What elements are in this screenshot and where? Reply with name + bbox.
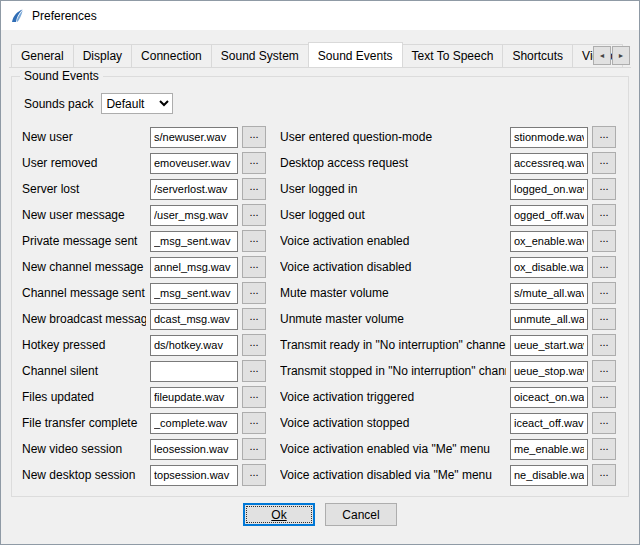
sound-event-label: Hotkey pressed	[22, 338, 146, 352]
sound-event-label: Desktop access request	[280, 156, 506, 170]
sound-event-row: New video session...	[22, 436, 266, 462]
sound-event-label: User logged in	[280, 182, 506, 196]
sound-file-input[interactable]	[510, 465, 588, 486]
sound-event-label: User logged out	[280, 208, 506, 222]
sound-event-label: Unmute master volume	[280, 312, 506, 326]
browse-button[interactable]: ...	[592, 152, 616, 174]
sound-file-input[interactable]	[510, 205, 588, 226]
sound-file-input[interactable]	[150, 439, 238, 460]
tab-display[interactable]: Display	[73, 44, 132, 67]
tab-shortcuts[interactable]: Shortcuts	[502, 44, 573, 67]
sound-file-input[interactable]	[510, 179, 588, 200]
sound-file-input[interactable]	[150, 465, 238, 486]
browse-button[interactable]: ...	[592, 438, 616, 460]
browse-button[interactable]: ...	[592, 412, 616, 434]
sound-file-input[interactable]	[150, 387, 238, 408]
tab-text-to-speech[interactable]: Text To Speech	[402, 44, 504, 67]
tab-sound-events[interactable]: Sound Events	[308, 42, 403, 68]
browse-button[interactable]: ...	[592, 360, 616, 382]
browse-button[interactable]: ...	[242, 360, 266, 382]
dialog-content: GeneralDisplayConnectionSound SystemSoun…	[1, 30, 639, 544]
sound-file-input[interactable]	[150, 231, 238, 252]
preferences-window: Preferences GeneralDisplayConnectionSoun…	[0, 0, 640, 545]
sound-file-input[interactable]	[150, 153, 238, 174]
sound-file-input[interactable]	[150, 335, 238, 356]
sound-file-input[interactable]	[510, 283, 588, 304]
tab-scroll-right-button[interactable]: ►	[612, 46, 630, 65]
sound-file-input[interactable]	[150, 413, 238, 434]
browse-button[interactable]: ...	[592, 230, 616, 252]
browse-button[interactable]: ...	[592, 256, 616, 278]
sound-file-input[interactable]	[510, 127, 588, 148]
browse-button[interactable]: ...	[592, 308, 616, 330]
browse-button[interactable]: ...	[592, 282, 616, 304]
sound-file-input[interactable]	[150, 283, 238, 304]
titlebar: Preferences	[1, 1, 639, 30]
sound-file-input[interactable]	[150, 257, 238, 278]
sound-event-row: New user...	[22, 124, 266, 150]
browse-button[interactable]: ...	[242, 178, 266, 200]
browse-button[interactable]: ...	[242, 412, 266, 434]
browse-button[interactable]: ...	[242, 256, 266, 278]
sounds-pack-row: Sounds pack Default	[24, 93, 618, 114]
sound-event-row: User entered question-mode...	[280, 124, 616, 150]
browse-button[interactable]: ...	[242, 152, 266, 174]
browse-button[interactable]: ...	[592, 178, 616, 200]
browse-button[interactable]: ...	[242, 438, 266, 460]
sounds-pack-select[interactable]: Default	[101, 93, 173, 114]
sound-file-input[interactable]	[510, 439, 588, 460]
browse-button[interactable]: ...	[592, 334, 616, 356]
browse-button[interactable]: ...	[242, 230, 266, 252]
sounds-pack-label: Sounds pack	[24, 97, 93, 111]
sound-event-row: Desktop access request...	[280, 150, 616, 176]
browse-button[interactable]: ...	[242, 204, 266, 226]
sound-file-input[interactable]	[510, 361, 588, 382]
sound-file-input[interactable]	[510, 309, 588, 330]
sound-file-input[interactable]	[510, 413, 588, 434]
sound-event-label: New desktop session	[22, 468, 146, 482]
sound-event-row: Voice activation stopped...	[280, 410, 616, 436]
sound-file-input[interactable]	[510, 231, 588, 252]
sound-event-row: Unmute master volume...	[280, 306, 616, 332]
tab-sound-system[interactable]: Sound System	[211, 44, 309, 67]
sound-event-label: New user message	[22, 208, 146, 222]
browse-button[interactable]: ...	[242, 334, 266, 356]
sound-file-input[interactable]	[510, 257, 588, 278]
tab-scroll-left-icon: ◄	[599, 52, 606, 59]
sound-event-row: Transmit ready in "No interruption" chan…	[280, 332, 616, 358]
browse-button[interactable]: ...	[242, 282, 266, 304]
sound-event-row: Voice activation triggered...	[280, 384, 616, 410]
sound-event-label: New video session	[22, 442, 146, 456]
app-icon	[9, 8, 25, 24]
ok-button[interactable]: Ok	[243, 503, 315, 526]
tab-scroll-controls: ◄ ►	[592, 46, 630, 65]
tab-scroll-left-button[interactable]: ◄	[593, 46, 611, 65]
sound-file-input[interactable]	[510, 387, 588, 408]
sound-event-row: Voice activation enabled...	[280, 228, 616, 254]
sound-file-input[interactable]	[150, 361, 238, 382]
sound-event-row: Transmit stopped in "No interruption" ch…	[280, 358, 616, 384]
sound-file-input[interactable]	[510, 153, 588, 174]
tab-connection[interactable]: Connection	[131, 44, 212, 67]
sound-file-input[interactable]	[150, 309, 238, 330]
sound-file-input[interactable]	[510, 335, 588, 356]
cancel-button[interactable]: Cancel	[325, 503, 397, 526]
browse-button[interactable]: ...	[242, 126, 266, 148]
browse-button[interactable]: ...	[242, 308, 266, 330]
browse-button[interactable]: ...	[242, 464, 266, 486]
sound-event-row: New user message...	[22, 202, 266, 228]
sound-event-row: New broadcast message...	[22, 306, 266, 332]
browse-button[interactable]: ...	[592, 386, 616, 408]
sound-file-input[interactable]	[150, 179, 238, 200]
browse-button[interactable]: ...	[592, 464, 616, 486]
browse-button[interactable]: ...	[592, 126, 616, 148]
sound-event-label: Channel message sent	[22, 286, 146, 300]
browse-button[interactable]: ...	[592, 204, 616, 226]
sound-event-label: User removed	[22, 156, 146, 170]
sound-event-label: File transfer complete	[22, 416, 146, 430]
sound-event-row: Mute master volume...	[280, 280, 616, 306]
browse-button[interactable]: ...	[242, 386, 266, 408]
sound-file-input[interactable]	[150, 205, 238, 226]
tab-general[interactable]: General	[11, 44, 74, 67]
sound-file-input[interactable]	[150, 127, 238, 148]
